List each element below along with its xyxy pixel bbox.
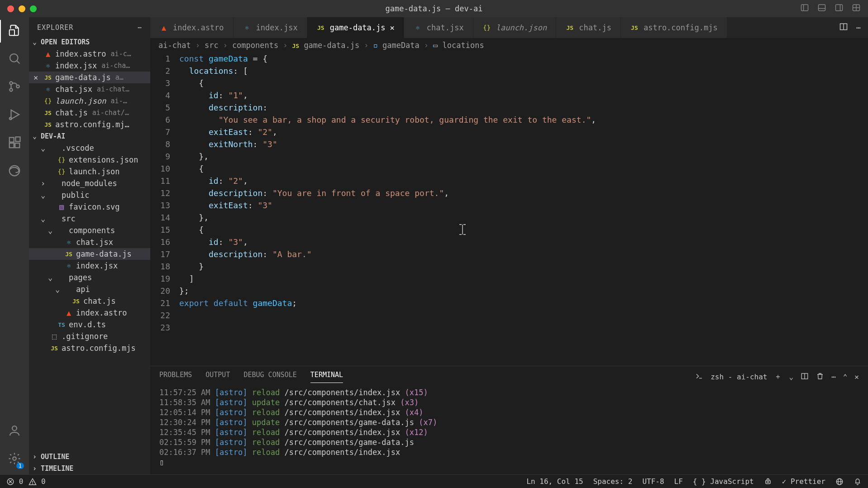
open-editor-item[interactable]: ▲index.astroai-c…: [29, 48, 150, 60]
window-minimize-button[interactable]: [19, 5, 25, 12]
svg-line-11: [17, 61, 19, 63]
breadcrumb-item[interactable]: ai-chat: [158, 41, 191, 50]
maximize-panel-icon[interactable]: ⌃: [843, 373, 848, 381]
search-icon[interactable]: [8, 52, 21, 67]
folder-item[interactable]: ⌄pages: [29, 272, 150, 283]
status-position[interactable]: Ln 16, Col 15: [526, 477, 583, 486]
panel-tab[interactable]: OUTPUT: [205, 371, 230, 383]
folder-item[interactable]: ⌄.vscode: [29, 142, 150, 154]
outline-header[interactable]: ›OUTLINE: [29, 451, 150, 463]
panel-tab[interactable]: TERMINAL: [310, 371, 343, 383]
file-item[interactable]: ⬚.gitignore: [29, 330, 150, 342]
breadcrumb-item[interactable]: JS game-data.js: [292, 41, 359, 50]
file-item[interactable]: ⚛chat.jsx: [29, 236, 150, 248]
svg-rect-20: [16, 137, 20, 142]
edge-icon[interactable]: [8, 164, 21, 179]
status-prettier[interactable]: ✓ Prettier: [782, 477, 825, 486]
code-editor[interactable]: 1234567891011121314151617181920212223 co…: [150, 53, 868, 366]
kill-terminal-icon[interactable]: [816, 372, 824, 382]
more-icon[interactable]: ⋯: [138, 24, 142, 32]
svg-rect-19: [15, 143, 19, 148]
run-debug-icon[interactable]: [8, 108, 21, 123]
source-control-icon[interactable]: [8, 80, 21, 95]
editor-tab[interactable]: ▲index.astro: [150, 17, 234, 38]
file-item[interactable]: JSchat.js: [29, 295, 150, 307]
status-errors[interactable]: 0: [6, 477, 23, 486]
status-copilot-icon[interactable]: [764, 477, 772, 486]
panel-bottom-icon[interactable]: [817, 3, 826, 14]
explorer-icon[interactable]: [8, 24, 21, 39]
bottom-panel: PROBLEMSOUTPUTDEBUG CONSOLETERMINAL zsh …: [150, 366, 868, 474]
editor-tab[interactable]: JSgame-data.js✕: [307, 17, 404, 38]
breadcrumb-item[interactable]: ▫ gameData: [373, 41, 419, 50]
svg-rect-34: [765, 480, 770, 484]
file-item[interactable]: ▧favicon.svg: [29, 201, 150, 213]
svg-point-36: [768, 482, 769, 483]
open-editor-item[interactable]: ⚛chat.jsxai-chat…: [29, 83, 150, 95]
open-editor-item[interactable]: ⚛index.jsxai-cha…: [29, 60, 150, 72]
account-icon[interactable]: [8, 424, 21, 439]
terminal-shell-icon[interactable]: [695, 372, 703, 382]
terminal-label[interactable]: zsh - ai-chat: [711, 373, 767, 381]
window-title: game-data.js — dev-ai: [386, 4, 483, 13]
settings-icon[interactable]: 1: [8, 452, 21, 467]
status-warnings[interactable]: 0: [29, 477, 45, 486]
panel-tab[interactable]: DEBUG CONSOLE: [243, 371, 296, 383]
open-editor-item[interactable]: ✕JSgame-data.jsa…: [29, 72, 150, 83]
editor-tab[interactable]: ⚛chat.jsx: [404, 17, 473, 38]
folder-item[interactable]: ⌄public: [29, 189, 150, 201]
more-icon[interactable]: ⋯: [856, 23, 861, 32]
folder-item[interactable]: ›node_modules: [29, 177, 150, 189]
breadcrumb-item[interactable]: ▭ locations: [433, 41, 484, 50]
status-eol[interactable]: LF: [674, 477, 683, 486]
svg-rect-2: [819, 5, 825, 10]
file-item[interactable]: TSenv.d.ts: [29, 319, 150, 330]
file-item[interactable]: {}extensions.json: [29, 154, 150, 166]
open-editor-item[interactable]: JSchat.jsai-chat/…: [29, 107, 150, 119]
close-tab-icon[interactable]: ✕: [390, 23, 395, 32]
panel-tab[interactable]: PROBLEMS: [159, 371, 192, 383]
split-terminal-icon[interactable]: [801, 372, 809, 382]
tab-bar: ▲index.astro⚛index.jsxJSgame-data.js✕⚛ch…: [150, 17, 868, 38]
editor-tab[interactable]: {}launch.json: [473, 17, 557, 38]
status-feedback-icon[interactable]: [835, 477, 844, 486]
file-item[interactable]: {}launch.json: [29, 166, 150, 177]
panel-left-icon[interactable]: [800, 3, 809, 14]
project-header[interactable]: ⌄DEV-AI: [29, 130, 150, 142]
svg-rect-4: [836, 5, 843, 10]
editor-tab[interactable]: JSchat.js: [556, 17, 621, 38]
status-bar: 0 0 Ln 16, Col 15 Spaces: 2 UTF-8 LF { }…: [0, 474, 868, 488]
terminal-line: 12:05:14 PM [astro] reload /src/componen…: [159, 407, 859, 417]
extensions-icon[interactable]: [8, 136, 21, 151]
status-encoding[interactable]: UTF-8: [642, 477, 664, 486]
open-editor-item[interactable]: {}launch.jsonai-…: [29, 95, 150, 107]
folder-item[interactable]: ⌄components: [29, 225, 150, 236]
status-language[interactable]: { } JavaScript: [693, 477, 754, 486]
editor-tab[interactable]: ⚛index.jsx: [234, 17, 307, 38]
open-editor-item[interactable]: JSastro.config.mj…: [29, 119, 150, 130]
window-close-button[interactable]: [7, 5, 14, 12]
terminal-line: 12:35:45 PM [astro] reload /src/componen…: [159, 427, 859, 437]
split-editor-icon[interactable]: [839, 22, 848, 33]
breadcrumb[interactable]: ai-chat›src›components›JS game-data.js›▫…: [150, 38, 868, 53]
terminal-dropdown-icon[interactable]: ⌄: [789, 373, 793, 381]
breadcrumb-item[interactable]: src: [205, 41, 219, 50]
panel-right-icon[interactable]: [835, 3, 844, 14]
editor-tab[interactable]: JSastro.config.mjs: [621, 17, 727, 38]
open-editors-header[interactable]: ⌄OPEN EDITORS: [29, 36, 150, 48]
timeline-header[interactable]: ›TIMELINE: [29, 463, 150, 474]
more-icon[interactable]: ⋯: [831, 373, 836, 381]
folder-item[interactable]: ⌄src: [29, 213, 150, 225]
new-terminal-icon[interactable]: ＋: [774, 372, 782, 382]
close-panel-icon[interactable]: ✕: [854, 373, 859, 381]
status-spaces[interactable]: Spaces: 2: [593, 477, 633, 486]
file-item[interactable]: ▲index.astro: [29, 307, 150, 319]
layout-grid-icon[interactable]: [852, 3, 861, 14]
file-item[interactable]: JSgame-data.js: [29, 248, 150, 260]
status-bell-icon[interactable]: [854, 477, 862, 486]
folder-item[interactable]: ⌄api: [29, 283, 150, 295]
file-item[interactable]: JSastro.config.mjs: [29, 342, 150, 354]
window-maximize-button[interactable]: [30, 5, 37, 12]
file-item[interactable]: ⚛index.jsx: [29, 260, 150, 272]
breadcrumb-item[interactable]: components: [232, 41, 278, 50]
